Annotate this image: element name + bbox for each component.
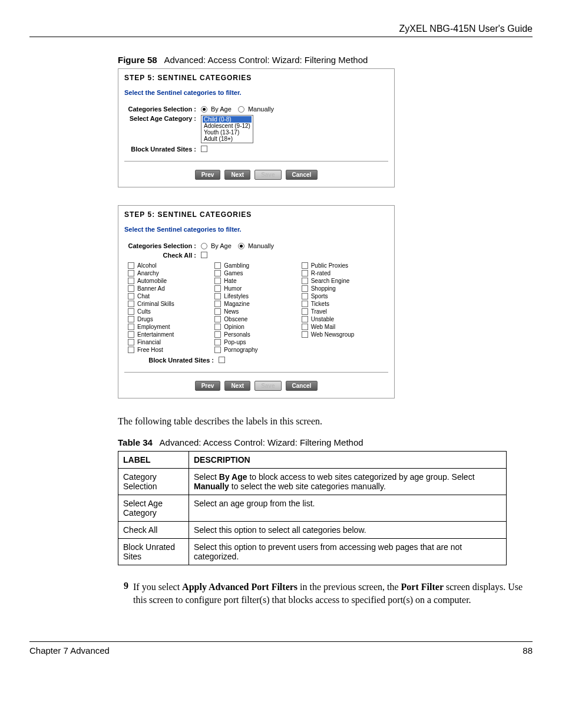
radio-by-age-2[interactable] bbox=[201, 243, 207, 249]
category-label: Obscene bbox=[224, 316, 247, 322]
category-checkbox[interactable] bbox=[128, 293, 134, 299]
page-header: ZyXEL NBG-415N User's Guide bbox=[29, 24, 533, 37]
panel1-subtitle: Select the Sentinel categories to filter… bbox=[118, 87, 394, 104]
radio-by-age[interactable] bbox=[201, 106, 207, 113]
select-age-category[interactable]: Child (0-8) Adolescent (9-12) Youth (13-… bbox=[201, 115, 253, 143]
category-label: Gambling bbox=[224, 262, 249, 269]
panel2-subtitle: Select the Sentinel categories to filter… bbox=[118, 223, 394, 241]
category-item: Hate bbox=[214, 278, 297, 284]
category-checkbox[interactable] bbox=[214, 316, 221, 322]
divider-2 bbox=[124, 372, 388, 373]
category-item: Sports bbox=[302, 293, 385, 299]
age-opt-2[interactable]: Youth (13-17) bbox=[203, 129, 252, 136]
category-checkbox[interactable] bbox=[302, 324, 308, 330]
category-checkbox[interactable] bbox=[128, 262, 134, 269]
next-button-2[interactable]: Next bbox=[224, 381, 250, 391]
category-label: Financial bbox=[137, 339, 161, 345]
category-item: Lifestyles bbox=[214, 293, 297, 299]
category-checkbox[interactable] bbox=[302, 301, 308, 307]
category-label: Web Newsgroup bbox=[311, 331, 355, 338]
category-checkbox[interactable] bbox=[128, 324, 134, 330]
category-checkbox[interactable] bbox=[128, 301, 134, 307]
category-item: Chat bbox=[128, 293, 211, 299]
category-checkbox[interactable] bbox=[214, 285, 221, 292]
category-checkbox[interactable] bbox=[302, 331, 308, 338]
figure-title: Advanced: Access Control: Wizard: Filter… bbox=[164, 55, 368, 65]
category-checkbox[interactable] bbox=[128, 308, 134, 315]
category-item: Unstable bbox=[302, 316, 385, 322]
category-label: Pop-ups bbox=[224, 339, 246, 345]
age-opt-3[interactable]: Adult (18+) bbox=[203, 136, 252, 142]
category-item: Humor bbox=[214, 285, 297, 292]
category-checkbox[interactable] bbox=[214, 324, 221, 330]
table-row: Select Age Category Select an age group … bbox=[118, 495, 507, 522]
category-checkbox[interactable] bbox=[214, 331, 221, 338]
category-checkbox[interactable] bbox=[128, 316, 134, 322]
table-row: Category Selection Select By Age to bloc… bbox=[118, 469, 507, 495]
category-checkbox[interactable] bbox=[302, 270, 308, 276]
category-checkbox[interactable] bbox=[128, 339, 134, 345]
divider bbox=[124, 161, 388, 162]
radio-manually[interactable] bbox=[238, 106, 244, 113]
category-item: Personals bbox=[214, 331, 297, 338]
category-label: Chat bbox=[137, 293, 150, 299]
label-cat-sel-2: Categories Selection : bbox=[124, 242, 201, 249]
cell-label: Category Selection bbox=[118, 469, 189, 495]
category-item: Web Mail bbox=[302, 324, 385, 330]
category-checkbox[interactable] bbox=[214, 262, 221, 269]
category-checkbox[interactable] bbox=[214, 278, 221, 284]
radio-manually-label-2: Manually bbox=[248, 242, 274, 249]
save-button[interactable]: Save bbox=[254, 170, 281, 180]
category-checkbox[interactable] bbox=[214, 270, 221, 276]
category-label: Tickets bbox=[311, 301, 329, 307]
category-checkbox[interactable] bbox=[128, 347, 134, 353]
category-label: Banner Ad bbox=[137, 285, 165, 292]
panel-manually: STEP 5: SENTINEL CATEGORIES Select the S… bbox=[118, 205, 395, 398]
category-checkbox[interactable] bbox=[302, 293, 308, 299]
cancel-button-2[interactable]: Cancel bbox=[286, 381, 318, 391]
category-checkbox[interactable] bbox=[128, 278, 134, 284]
category-item: Public Proxies bbox=[302, 262, 385, 269]
category-checkbox[interactable] bbox=[302, 308, 308, 315]
category-checkbox[interactable] bbox=[302, 278, 308, 284]
checkbox-check-all[interactable] bbox=[201, 252, 207, 258]
category-label: Lifestyles bbox=[224, 293, 249, 299]
cell-desc: Select an age group from the list. bbox=[189, 495, 507, 522]
checkbox-block-unrated-1[interactable] bbox=[201, 146, 207, 152]
category-item: Cults bbox=[128, 308, 211, 315]
category-checkbox[interactable] bbox=[214, 293, 221, 299]
cancel-button[interactable]: Cancel bbox=[286, 170, 318, 180]
category-checkbox[interactable] bbox=[128, 270, 134, 276]
category-checkbox[interactable] bbox=[214, 301, 221, 307]
panel2-buttons: Prev Next Save Cancel bbox=[118, 377, 394, 398]
category-checkbox[interactable] bbox=[128, 285, 134, 292]
checkbox-block-unrated-2[interactable] bbox=[219, 357, 225, 363]
save-button-2[interactable]: Save bbox=[254, 381, 281, 391]
prev-button[interactable]: Prev bbox=[195, 170, 221, 180]
category-item: Free Host bbox=[128, 347, 211, 353]
next-button[interactable]: Next bbox=[224, 170, 250, 180]
age-opt-1[interactable]: Adolescent (9-12) bbox=[203, 123, 252, 129]
category-label: Games bbox=[224, 270, 243, 276]
table-label: Table 34 bbox=[118, 437, 153, 447]
prev-button-2[interactable]: Prev bbox=[195, 381, 221, 391]
category-checkbox[interactable] bbox=[214, 347, 221, 353]
category-item: Travel bbox=[302, 308, 385, 315]
cell-label: Check All bbox=[118, 522, 189, 539]
th-label: LABEL bbox=[118, 452, 189, 469]
category-checkbox[interactable] bbox=[302, 262, 308, 269]
category-checkbox[interactable] bbox=[302, 316, 308, 322]
category-checkbox[interactable] bbox=[302, 285, 308, 292]
category-item: Opinion bbox=[214, 324, 297, 330]
category-checkbox[interactable] bbox=[214, 339, 221, 345]
category-label: R-rated bbox=[311, 270, 330, 276]
category-label: News bbox=[224, 308, 239, 315]
category-item: News bbox=[214, 308, 297, 315]
radio-manually-2[interactable] bbox=[238, 243, 244, 249]
category-checkbox[interactable] bbox=[128, 331, 134, 338]
description-table: LABEL DESCRIPTION Category Selection Sel… bbox=[118, 451, 507, 565]
category-checkbox[interactable] bbox=[214, 308, 221, 315]
age-opt-0[interactable]: Child (0-8) bbox=[203, 116, 252, 123]
category-label: Free Host bbox=[137, 347, 163, 353]
figure-label: Figure 58 bbox=[118, 55, 157, 65]
